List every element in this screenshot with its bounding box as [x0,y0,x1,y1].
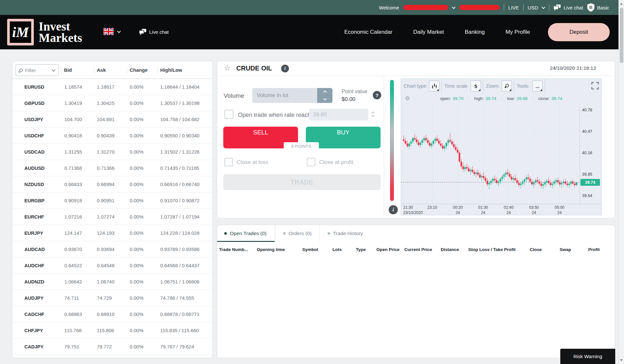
divider [549,4,549,11]
candlestick-icon [432,83,437,89]
high-low-cell: 1.30537 / 1.30198 [160,100,213,106]
watchlist-row[interactable]: AUDNZD1.066421.067400.00%1.06751 / 1.066… [12,274,213,290]
rate-stepper[interactable] [370,109,376,120]
price-axis: 40.7840.4740.1639.8539.5439.74 [579,104,602,204]
nav-banking[interactable]: Banking [465,29,485,35]
ohlc-readout-row: ⚙ open:39.70high:39.74low:39.68close:39.… [401,93,601,104]
bid-cell: 1.30419 [64,100,97,106]
watchlist-row[interactable]: CADCHF0.688630.689100.00%0.68878 / 0.687… [12,306,213,322]
candlestick-chart[interactable] [401,104,579,204]
watchlist-row[interactable]: EURUSD1.185741.186170.00%1.18644 / 1.184… [12,79,213,95]
zoom-button[interactable] [501,81,512,92]
trade-submit-button[interactable]: TRADE [223,174,381,190]
scrollbar-down-arrow[interactable] [620,359,623,361]
tools-button[interactable]: ... [532,81,543,92]
bid-cell: 74.711 [64,295,97,301]
live-mode-label: LIVE [508,5,519,10]
ohlc-label: close: [538,96,550,101]
watchlist-row[interactable]: CADJPY79.75179.7720.00%79.767 / 79.624 [12,339,213,355]
redacted-account-id [459,5,500,10]
tab-dot-icon [328,232,330,235]
brand-logo[interactable]: iM Invest Markets [7,19,82,45]
symbol-cell: CADJPY [12,344,64,349]
high-low-cell: 0.71435 / 0.71185 [160,165,213,171]
watchlist-row[interactable]: AUDJPY74.71174.7290.00%74.786 / 74.555 [12,290,213,306]
close-at-loss-checkbox[interactable] [224,158,233,166]
currency-chevron-down-icon[interactable] [542,5,545,9]
ask-cell: 74.729 [97,295,130,301]
watchlist-row[interactable]: USDCAD1.312551.312700.00%1.31502 / 1.312… [12,144,213,160]
currency-select[interactable]: USD [528,5,538,10]
point-value-label: Point value [342,89,367,94]
watchlist-row[interactable]: CHFJPY115.768115.8060.00%115.835 / 115.6… [12,322,213,339]
watchlist-row[interactable]: USDJPY104.700104.6910.00%104.758 / 104.6… [12,111,213,128]
watchlist-row[interactable]: NZDUSD0.668330.669940.00%0.66916 / 0.667… [12,176,213,193]
time-tick-line2: 24 [453,210,463,216]
time-tick-line2: 24 [478,210,488,216]
tab-trade-history[interactable]: Trade History [319,225,371,242]
chart-info-icon[interactable]: i [389,205,398,214]
language-selector[interactable] [103,28,120,35]
ohlc-label: low: [507,96,515,101]
live-chat-button[interactable]: Live chat [553,5,583,11]
volume-decrement-button[interactable] [317,96,332,103]
redacted-username[interactable] [403,5,448,10]
risk-warning-banner[interactable]: Risk Warning [560,349,615,364]
volume-input[interactable] [252,88,317,103]
watchlist-row[interactable]: GBPUSD1.304191.304250.00%1.30537 / 1.301… [12,95,213,111]
watchlist-panel: Bid Ask Change High/Low EURUSD1.185741.1… [12,61,213,358]
high-low-cell: 0.68878 / 0.68771 [160,311,213,317]
favorite-star-icon[interactable]: ☆ [224,64,231,72]
watchlist-row[interactable]: EURJPY124.147124.1930.00%124.228 / 124.0… [12,225,213,241]
close-at-profit-checkbox[interactable] [307,158,315,166]
filter-chevron-down-icon[interactable] [52,68,55,71]
watchlist-row[interactable]: AUDUSD0.713680.713660.00%0.71435 / 0.711… [12,160,213,176]
scrollbar-thumb[interactable] [620,8,623,63]
rate-reach-input[interactable] [309,109,368,120]
main-nav: Economic Calendar Daily Market Banking M… [344,15,530,49]
ohlc-label: open: [440,96,451,101]
watchlist-row[interactable]: AUDCAD0.936700.936940.00%0.93789 / 0.935… [12,241,213,257]
time-tick-line1: 00:20 [453,205,463,210]
watchlist-row[interactable]: AUDCHF0.645220.645480.00%0.64568 / 0.644… [12,257,213,274]
bid-cell: 1.06642 [64,279,97,284]
high-low-cell: 1.31502 / 1.31226 [160,149,213,155]
nav-daily-market[interactable]: Daily Market [413,29,444,35]
time-scale-button[interactable]: 5 [471,81,481,92]
spread-points-badge: 6 POINTS [284,142,319,150]
instrument-info-icon[interactable]: i [281,65,289,72]
change-cell: 0.00% [130,263,160,268]
account-chevron-down-icon[interactable] [452,5,455,9]
deposit-button[interactable]: Deposit [548,23,610,41]
help-icon[interactable]: ? [373,91,381,99]
watchlist-row[interactable]: EURGBP0.909180.909510.00%0.91070 / 0.908… [12,193,213,209]
header-live-chat-button[interactable]: Live chat [139,29,169,35]
chart-type-label: Chart type: [404,83,427,89]
nav-economic-calendar[interactable]: Economic Calendar [344,29,392,35]
bid-cell: 0.90918 [64,198,97,203]
change-cell: 0.00% [130,133,160,138]
ohlc-value: 39.74 [486,96,497,101]
rate-reach-checkbox[interactable] [224,110,233,119]
chart-type-button[interactable] [429,81,439,92]
watchlist-row[interactable]: USDCHF0.904180.904390.00%0.90550 / 0.903… [12,128,213,144]
high-low-cell: 74.786 / 74.555 [160,295,213,301]
watchlist-row[interactable]: EURCHF1.072161.072740.00%1.07287 / 1.071… [12,209,213,225]
fullscreen-button[interactable] [591,82,599,91]
change-cell: 0.00% [130,84,160,90]
column-header: Trade Numb... [219,247,257,252]
tab-orders[interactable]: Orders (0) [275,225,319,242]
bid-cell: 0.66833 [64,182,97,187]
close-at-loss-label: Close at loss [237,159,268,166]
filter-dropdown[interactable] [16,64,58,76]
ohlc-value: 39.68 [516,96,527,101]
high-low-cell: 124.228 / 124.028 [160,230,213,236]
nav-my-profile[interactable]: My Profile [505,29,530,35]
scrollbar-up-arrow[interactable] [620,3,623,5]
tab-open-trades[interactable]: Open Trades (0) [217,225,275,242]
volume-increment-button[interactable] [317,88,332,96]
account-level-badge[interactable]: B Basic [587,3,609,12]
chat-bubbles-icon [553,5,561,11]
chart-settings-gear-icon[interactable]: ⚙ [405,95,410,102]
filter-input[interactable] [25,68,46,73]
